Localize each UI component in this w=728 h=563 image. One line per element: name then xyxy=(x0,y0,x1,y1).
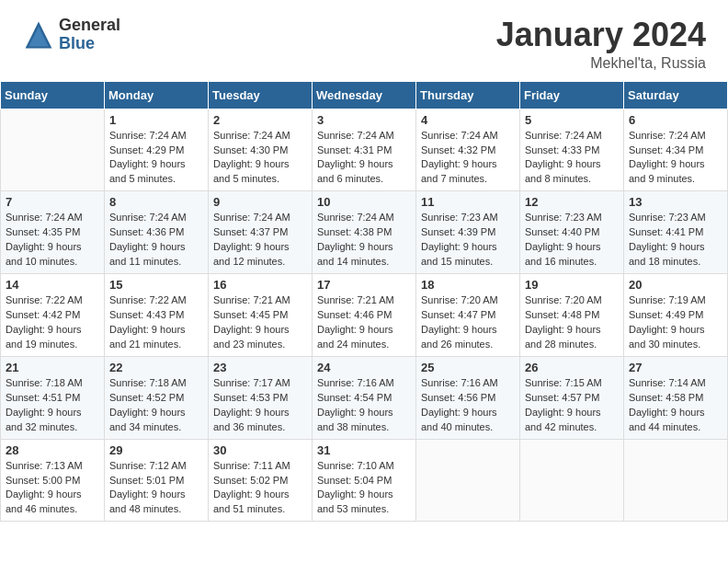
col-tuesday: Tuesday xyxy=(209,81,313,109)
day-number: 13 xyxy=(629,195,722,209)
logo: General Blue xyxy=(22,17,120,53)
day-cell xyxy=(624,439,728,522)
day-number: 10 xyxy=(317,195,411,209)
day-number: 28 xyxy=(6,443,99,457)
location: Mekhel'ta, Russia xyxy=(496,55,706,72)
day-info: Sunrise: 7:22 AMSunset: 4:42 PMDaylight:… xyxy=(6,293,99,352)
day-info: Sunrise: 7:21 AMSunset: 4:46 PMDaylight:… xyxy=(317,293,411,352)
day-cell: 21Sunrise: 7:18 AMSunset: 4:51 PMDayligh… xyxy=(1,356,105,439)
day-cell: 22Sunrise: 7:18 AMSunset: 4:52 PMDayligh… xyxy=(105,356,209,439)
week-row-5: 28Sunrise: 7:13 AMSunset: 5:00 PMDayligh… xyxy=(1,439,728,522)
day-number: 19 xyxy=(525,278,619,292)
weekday-header-row: Sunday Monday Tuesday Wednesday Thursday… xyxy=(1,81,728,109)
day-number: 23 xyxy=(213,361,307,374)
day-cell: 31Sunrise: 7:10 AMSunset: 5:04 PMDayligh… xyxy=(313,439,416,522)
day-cell: 26Sunrise: 7:15 AMSunset: 4:57 PMDayligh… xyxy=(520,356,624,439)
day-number: 1 xyxy=(109,113,203,127)
day-cell: 23Sunrise: 7:17 AMSunset: 4:53 PMDayligh… xyxy=(209,356,313,439)
day-cell: 20Sunrise: 7:19 AMSunset: 4:49 PMDayligh… xyxy=(624,274,728,357)
day-number: 6 xyxy=(629,113,722,127)
col-friday: Friday xyxy=(520,81,624,109)
day-cell: 11Sunrise: 7:23 AMSunset: 4:39 PMDayligh… xyxy=(416,191,520,274)
day-cell: 16Sunrise: 7:21 AMSunset: 4:45 PMDayligh… xyxy=(209,274,313,357)
day-info: Sunrise: 7:18 AMSunset: 4:51 PMDaylight:… xyxy=(6,376,99,435)
day-info: Sunrise: 7:23 AMSunset: 4:41 PMDaylight:… xyxy=(629,211,722,270)
day-info: Sunrise: 7:19 AMSunset: 4:49 PMDaylight:… xyxy=(629,293,722,352)
day-info: Sunrise: 7:10 AMSunset: 5:04 PMDaylight:… xyxy=(317,459,411,518)
day-number: 25 xyxy=(421,361,515,374)
day-cell: 12Sunrise: 7:23 AMSunset: 4:40 PMDayligh… xyxy=(520,191,624,274)
day-number: 24 xyxy=(317,361,411,374)
page-header: General Blue January 2024 Mekhel'ta, Rus… xyxy=(0,0,728,81)
week-row-4: 21Sunrise: 7:18 AMSunset: 4:51 PMDayligh… xyxy=(1,356,728,439)
month-title: January 2024 xyxy=(496,17,706,53)
logo-icon xyxy=(22,18,55,52)
day-cell: 19Sunrise: 7:20 AMSunset: 4:48 PMDayligh… xyxy=(520,274,624,357)
day-number: 2 xyxy=(213,113,307,127)
col-saturday: Saturday xyxy=(624,81,728,109)
day-cell: 9Sunrise: 7:24 AMSunset: 4:37 PMDaylight… xyxy=(209,191,313,274)
day-number: 14 xyxy=(6,278,99,292)
day-number: 27 xyxy=(629,361,722,374)
day-cell: 5Sunrise: 7:24 AMSunset: 4:33 PMDaylight… xyxy=(520,109,624,191)
day-info: Sunrise: 7:18 AMSunset: 4:52 PMDaylight:… xyxy=(109,376,203,435)
week-row-3: 14Sunrise: 7:22 AMSunset: 4:42 PMDayligh… xyxy=(1,274,728,357)
week-row-1: 1Sunrise: 7:24 AMSunset: 4:29 PMDaylight… xyxy=(1,109,728,191)
day-info: Sunrise: 7:24 AMSunset: 4:38 PMDaylight:… xyxy=(317,211,411,270)
day-cell: 10Sunrise: 7:24 AMSunset: 4:38 PMDayligh… xyxy=(313,191,416,274)
day-number: 3 xyxy=(317,113,411,127)
day-info: Sunrise: 7:20 AMSunset: 4:48 PMDaylight:… xyxy=(525,293,619,352)
col-monday: Monday xyxy=(105,81,209,109)
day-info: Sunrise: 7:24 AMSunset: 4:29 PMDaylight:… xyxy=(109,129,203,188)
title-block: January 2024 Mekhel'ta, Russia xyxy=(496,17,706,72)
calendar-table: Sunday Monday Tuesday Wednesday Thursday… xyxy=(0,81,728,523)
day-cell: 17Sunrise: 7:21 AMSunset: 4:46 PMDayligh… xyxy=(313,274,416,357)
day-info: Sunrise: 7:13 AMSunset: 5:00 PMDaylight:… xyxy=(6,459,99,518)
day-number: 17 xyxy=(317,278,411,292)
day-cell: 25Sunrise: 7:16 AMSunset: 4:56 PMDayligh… xyxy=(416,356,520,439)
day-cell xyxy=(1,109,105,191)
day-info: Sunrise: 7:12 AMSunset: 5:01 PMDaylight:… xyxy=(109,459,203,518)
day-number: 16 xyxy=(213,278,307,292)
day-cell: 8Sunrise: 7:24 AMSunset: 4:36 PMDaylight… xyxy=(105,191,209,274)
day-cell: 1Sunrise: 7:24 AMSunset: 4:29 PMDaylight… xyxy=(105,109,209,191)
day-info: Sunrise: 7:24 AMSunset: 4:34 PMDaylight:… xyxy=(629,129,722,188)
day-number: 12 xyxy=(525,195,619,209)
day-number: 15 xyxy=(109,278,203,292)
day-info: Sunrise: 7:15 AMSunset: 4:57 PMDaylight:… xyxy=(525,376,619,435)
day-cell: 13Sunrise: 7:23 AMSunset: 4:41 PMDayligh… xyxy=(624,191,728,274)
day-number: 22 xyxy=(109,361,203,374)
day-number: 31 xyxy=(317,443,411,457)
day-number: 8 xyxy=(109,195,203,209)
day-info: Sunrise: 7:16 AMSunset: 4:54 PMDaylight:… xyxy=(317,376,411,435)
day-info: Sunrise: 7:21 AMSunset: 4:45 PMDaylight:… xyxy=(213,293,307,352)
day-cell: 7Sunrise: 7:24 AMSunset: 4:35 PMDaylight… xyxy=(1,191,105,274)
week-row-2: 7Sunrise: 7:24 AMSunset: 4:35 PMDaylight… xyxy=(1,191,728,274)
day-cell: 6Sunrise: 7:24 AMSunset: 4:34 PMDaylight… xyxy=(624,109,728,191)
day-info: Sunrise: 7:24 AMSunset: 4:33 PMDaylight:… xyxy=(525,129,619,188)
day-number: 18 xyxy=(421,278,515,292)
day-cell: 24Sunrise: 7:16 AMSunset: 4:54 PMDayligh… xyxy=(313,356,416,439)
day-cell: 15Sunrise: 7:22 AMSunset: 4:43 PMDayligh… xyxy=(105,274,209,357)
day-info: Sunrise: 7:24 AMSunset: 4:35 PMDaylight:… xyxy=(6,211,99,270)
col-sunday: Sunday xyxy=(1,81,105,109)
day-cell: 3Sunrise: 7:24 AMSunset: 4:31 PMDaylight… xyxy=(313,109,416,191)
day-number: 11 xyxy=(421,195,515,209)
day-cell: 30Sunrise: 7:11 AMSunset: 5:02 PMDayligh… xyxy=(209,439,313,522)
day-cell: 27Sunrise: 7:14 AMSunset: 4:58 PMDayligh… xyxy=(624,356,728,439)
day-cell: 14Sunrise: 7:22 AMSunset: 4:42 PMDayligh… xyxy=(1,274,105,357)
day-cell: 4Sunrise: 7:24 AMSunset: 4:32 PMDaylight… xyxy=(416,109,520,191)
day-info: Sunrise: 7:22 AMSunset: 4:43 PMDaylight:… xyxy=(109,293,203,352)
day-info: Sunrise: 7:24 AMSunset: 4:32 PMDaylight:… xyxy=(421,129,515,188)
day-info: Sunrise: 7:24 AMSunset: 4:31 PMDaylight:… xyxy=(317,129,411,188)
day-cell: 28Sunrise: 7:13 AMSunset: 5:00 PMDayligh… xyxy=(1,439,105,522)
day-number: 4 xyxy=(421,113,515,127)
day-number: 21 xyxy=(6,361,99,374)
day-number: 30 xyxy=(213,443,307,457)
day-info: Sunrise: 7:24 AMSunset: 4:36 PMDaylight:… xyxy=(109,211,203,270)
day-info: Sunrise: 7:11 AMSunset: 5:02 PMDaylight:… xyxy=(213,459,307,518)
col-thursday: Thursday xyxy=(416,81,520,109)
day-cell: 18Sunrise: 7:20 AMSunset: 4:47 PMDayligh… xyxy=(416,274,520,357)
col-wednesday: Wednesday xyxy=(313,81,416,109)
day-number: 26 xyxy=(525,361,619,374)
